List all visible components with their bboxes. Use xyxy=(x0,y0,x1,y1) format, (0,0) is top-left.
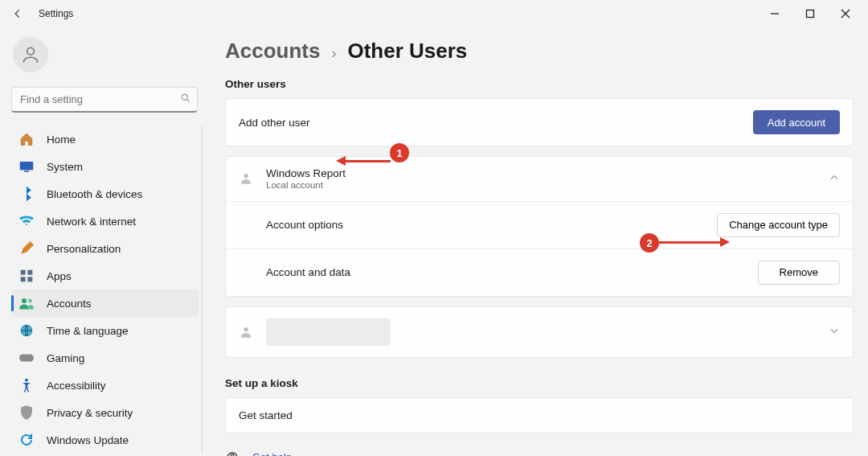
sidebar-item-update[interactable]: Windows Update xyxy=(11,426,199,454)
get-help-label: Get help xyxy=(252,451,292,456)
sidebar-item-accessibility[interactable]: Accessibility xyxy=(11,372,199,399)
sidebar-nav: Home System Bluetooth & devices Network … xyxy=(11,125,203,454)
svg-point-3 xyxy=(182,94,187,100)
sidebar-item-label: Bluetooth & devices xyxy=(47,188,142,200)
chevron-up-icon xyxy=(829,172,840,186)
app-title: Settings xyxy=(39,8,73,19)
sidebar-item-label: Home xyxy=(47,134,76,146)
add-account-button[interactable]: Add account xyxy=(753,110,840,134)
sidebar-item-label: Personalization xyxy=(47,243,121,255)
get-help-link[interactable]: Get help xyxy=(225,451,854,456)
breadcrumb-parent[interactable]: Accounts xyxy=(225,39,320,64)
user-row-header[interactable]: Windows Report Local account xyxy=(226,157,853,201)
sidebar-item-label: Network & internet xyxy=(47,216,136,228)
user-card-expanded: Windows Report Local account Account opt… xyxy=(225,156,854,297)
sidebar-item-label: Accounts xyxy=(47,298,92,310)
sidebar-item-time-language[interactable]: Time & language xyxy=(11,317,199,344)
remove-button[interactable]: Remove xyxy=(758,261,840,285)
account-data-row: Account and data Remove xyxy=(226,249,853,296)
sidebar-item-label: Privacy & security xyxy=(47,407,133,419)
user-row-header-collapsed[interactable] xyxy=(226,307,853,357)
add-user-card: Add other user Add account xyxy=(225,98,854,146)
svg-point-12 xyxy=(28,299,32,303)
accounts-icon xyxy=(18,297,35,310)
person-icon xyxy=(239,326,253,339)
close-icon[interactable] xyxy=(841,9,857,18)
apps-icon xyxy=(18,269,35,282)
search-icon xyxy=(180,92,191,107)
svg-rect-14 xyxy=(19,355,34,362)
redacted-user-name xyxy=(266,318,391,346)
svg-point-2 xyxy=(27,47,35,55)
sidebar-item-gaming[interactable]: Gaming xyxy=(11,344,199,372)
minimize-icon[interactable] xyxy=(770,9,786,18)
search-input[interactable] xyxy=(11,87,198,113)
shield-icon xyxy=(18,405,35,420)
user-card-collapsed xyxy=(225,306,854,358)
sidebar-item-home[interactable]: Home xyxy=(11,125,199,153)
chevron-down-icon xyxy=(829,325,840,339)
page-title: Other Users xyxy=(347,39,467,64)
sidebar-item-label: Time & language xyxy=(47,325,129,337)
person-icon xyxy=(239,172,253,185)
sidebar-item-label: Accessibility xyxy=(47,380,106,392)
sidebar-item-label: Windows Update xyxy=(47,434,129,446)
sidebar-item-label: Gaming xyxy=(47,352,84,364)
sidebar-item-apps[interactable]: Apps xyxy=(11,262,199,290)
sidebar-item-personalization[interactable]: Personalization xyxy=(11,235,199,262)
gaming-icon xyxy=(18,353,35,363)
sidebar-item-bluetooth[interactable]: Bluetooth & devices xyxy=(11,180,199,207)
svg-rect-8 xyxy=(27,270,32,275)
account-options-label: Account options xyxy=(266,219,343,231)
titlebar: Settings xyxy=(0,0,868,27)
search-field xyxy=(11,87,198,113)
sidebar-item-label: System xyxy=(47,161,83,173)
svg-rect-10 xyxy=(27,277,32,281)
help-icon xyxy=(225,451,240,456)
breadcrumb: Accounts › Other Users xyxy=(225,39,854,64)
svg-rect-1 xyxy=(807,10,814,18)
svg-rect-7 xyxy=(21,270,26,275)
svg-point-15 xyxy=(25,379,28,382)
add-user-row: Add other user Add account xyxy=(226,99,853,146)
section-other-users-label: Other users xyxy=(225,78,854,90)
kiosk-get-started-label: Get started xyxy=(239,409,293,421)
kiosk-card: Get started xyxy=(225,397,854,433)
svg-point-16 xyxy=(244,174,248,178)
svg-rect-5 xyxy=(20,162,34,170)
sidebar-item-label: Apps xyxy=(47,270,72,282)
account-data-label: Account and data xyxy=(266,266,350,278)
back-icon[interactable] xyxy=(8,8,27,19)
home-icon xyxy=(18,132,35,146)
add-user-label: Add other user xyxy=(239,117,310,129)
personalization-icon xyxy=(18,241,35,256)
svg-point-17 xyxy=(244,327,248,331)
svg-line-4 xyxy=(187,100,190,102)
update-icon xyxy=(18,433,35,446)
svg-rect-9 xyxy=(21,277,26,281)
wifi-icon xyxy=(18,216,35,227)
system-icon xyxy=(18,161,35,172)
sidebar-item-system[interactable]: System xyxy=(11,153,199,180)
maximize-icon[interactable] xyxy=(805,9,821,18)
avatar[interactable] xyxy=(13,37,48,72)
user-subtitle: Local account xyxy=(266,180,346,190)
user-name: Windows Report xyxy=(266,168,346,180)
chevron-right-icon: › xyxy=(331,45,336,62)
svg-rect-6 xyxy=(24,170,29,172)
change-account-type-button[interactable]: Change account type xyxy=(717,213,840,237)
accessibility-icon xyxy=(18,378,35,392)
sidebar-item-accounts[interactable]: Accounts xyxy=(11,290,199,317)
main-content: Accounts › Other Users Other users Add o… xyxy=(207,27,868,456)
sidebar-item-privacy[interactable]: Privacy & security xyxy=(11,399,199,426)
kiosk-row[interactable]: Get started xyxy=(226,398,853,433)
globe-icon xyxy=(18,324,35,337)
bluetooth-icon xyxy=(18,187,35,201)
section-kiosk-label: Set up a kiosk xyxy=(225,377,854,389)
account-options-row: Account options Change account type xyxy=(226,201,853,249)
window-controls xyxy=(770,9,863,18)
sidebar-item-network[interactable]: Network & internet xyxy=(11,207,199,235)
footer-links: Get help Give feedback xyxy=(225,451,854,456)
sidebar: Home System Bluetooth & devices Network … xyxy=(0,27,207,456)
svg-point-11 xyxy=(22,298,27,303)
